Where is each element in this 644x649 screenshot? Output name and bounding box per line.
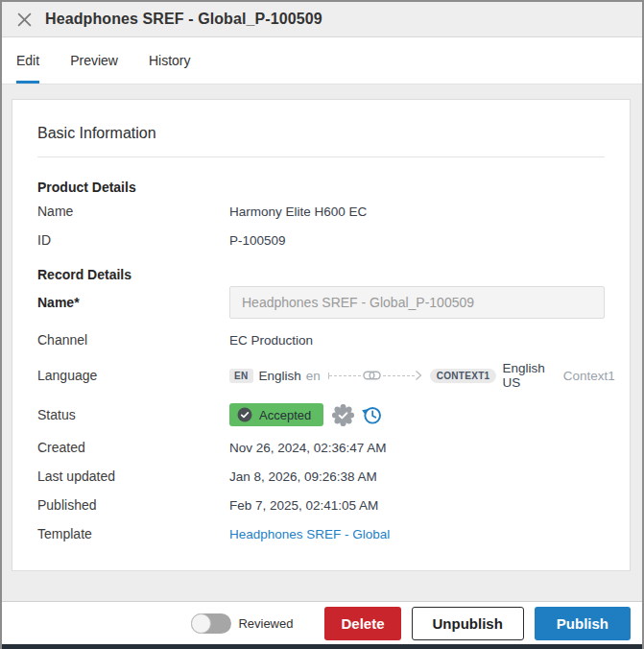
bottom-edge-strip: [2, 644, 642, 649]
channel-label: Channel: [37, 332, 229, 348]
product-name-value: Harmony Elite H600 EC: [229, 204, 367, 219]
reviewed-label: Reviewed: [238, 616, 293, 631]
status-value: Accepted: [259, 408, 311, 422]
product-id-value: P-100509: [229, 233, 286, 248]
created-value: Nov 26, 2024, 02:36:47 AM: [229, 441, 387, 455]
source-language-name: English: [259, 369, 301, 383]
target-context-code: Context1: [563, 369, 615, 383]
created-label: Created: [37, 440, 229, 455]
content-area: Basic Information Product Details Name H…: [2, 84, 642, 601]
published-label: Published: [37, 497, 229, 513]
card-heading: Basic Information: [37, 125, 605, 142]
publish-button[interactable]: Publish: [535, 607, 631, 640]
approval-seal-icon: [332, 404, 354, 426]
published-row: Published Feb 7, 2025, 02:41:05 AM: [37, 497, 605, 513]
source-language-code: en: [306, 369, 321, 383]
product-name-label: Name: [37, 204, 229, 219]
connector-dash: [383, 375, 415, 376]
target-language-name: English US: [502, 361, 558, 390]
source-locale-badge: EN: [229, 369, 253, 383]
tab-edit[interactable]: Edit: [16, 37, 39, 84]
tab-history[interactable]: History: [149, 37, 191, 84]
reviewed-toggle[interactable]: [191, 613, 231, 634]
delete-button[interactable]: Delete: [324, 607, 400, 640]
status-history-icon[interactable]: [361, 404, 383, 426]
titlebar: Headphones SREF - Global_P-100509: [2, 2, 642, 37]
record-name-input[interactable]: [229, 286, 605, 319]
product-id-row: ID P-100509: [37, 232, 605, 248]
created-row: Created Nov 26, 2024, 02:36:47 AM: [37, 440, 605, 455]
status-row: Status Accepted: [37, 403, 605, 426]
connector-arrow-icon: [415, 370, 422, 381]
product-name-row: Name Harmony Elite H600 EC: [37, 204, 605, 219]
basic-information-card: Basic Information Product Details Name H…: [12, 99, 631, 571]
target-context-badge: CONTEXT1: [430, 369, 497, 383]
product-id-label: ID: [37, 232, 229, 248]
close-icon: [16, 12, 33, 28]
toggle-knob: [191, 613, 211, 634]
heading-divider: [37, 156, 605, 157]
check-circle-icon: [237, 407, 252, 422]
template-row: Template Headphones SREF - Global: [37, 526, 605, 541]
template-label: Template: [37, 526, 229, 541]
product-details-section-label: Product Details: [37, 180, 605, 195]
record-details-section-label: Record Details: [37, 267, 605, 282]
last-updated-value: Jan 8, 2026, 09:26:38 AM: [229, 469, 377, 484]
last-updated-label: Last updated: [37, 469, 229, 484]
record-name-row: Name*: [37, 286, 605, 319]
connector-dash: [329, 375, 361, 376]
unpublish-button[interactable]: Unpublish: [412, 607, 524, 640]
language-link-connector: [328, 370, 422, 381]
last-updated-row: Last updated Jan 8, 2026, 09:26:38 AM: [37, 469, 605, 484]
record-name-label: Name*: [37, 286, 229, 310]
status-label: Status: [37, 407, 229, 422]
record-editor-panel: Headphones SREF - Global_P-100509 Edit P…: [0, 0, 644, 649]
tab-preview[interactable]: Preview: [70, 37, 118, 84]
reviewed-toggle-group: Reviewed: [191, 613, 293, 634]
page-title: Headphones SREF - Global_P-100509: [45, 11, 322, 28]
published-value: Feb 7, 2025, 02:41:05 AM: [229, 498, 378, 513]
channel-value: EC Production: [229, 333, 313, 348]
chain-link-icon: [363, 370, 381, 381]
language-value: EN English en: [229, 361, 615, 390]
language-row: Language EN English en: [37, 361, 605, 390]
template-link[interactable]: Headphones SREF - Global: [229, 527, 390, 541]
status-badge: Accepted: [229, 403, 323, 426]
language-label: Language: [37, 368, 229, 383]
channel-row: Channel EC Production: [37, 332, 605, 348]
tabbar: Edit Preview History: [2, 37, 642, 84]
close-button[interactable]: [15, 11, 33, 28]
action-footer: Reviewed Delete Unpublish Publish: [2, 601, 642, 644]
